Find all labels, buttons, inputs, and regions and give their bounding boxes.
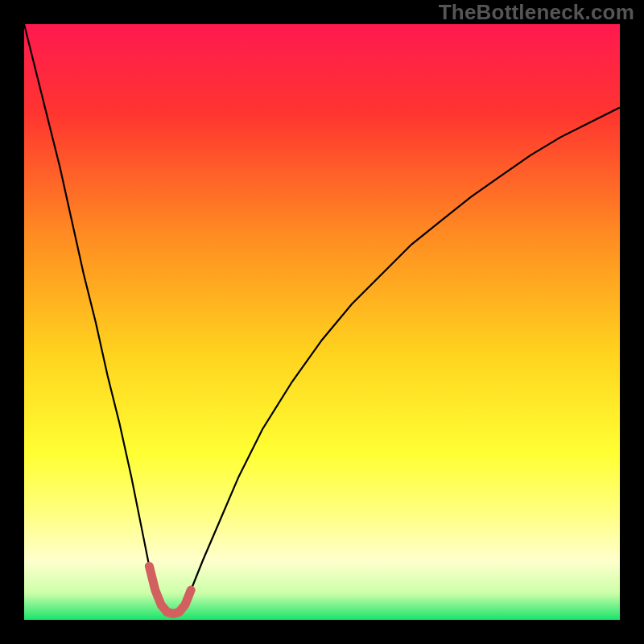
chart-frame: TheBottleneck.com <box>0 0 644 644</box>
watermark-text: TheBottleneck.com <box>439 0 634 25</box>
bottleneck-chart <box>24 24 620 620</box>
chart-background <box>24 24 620 620</box>
